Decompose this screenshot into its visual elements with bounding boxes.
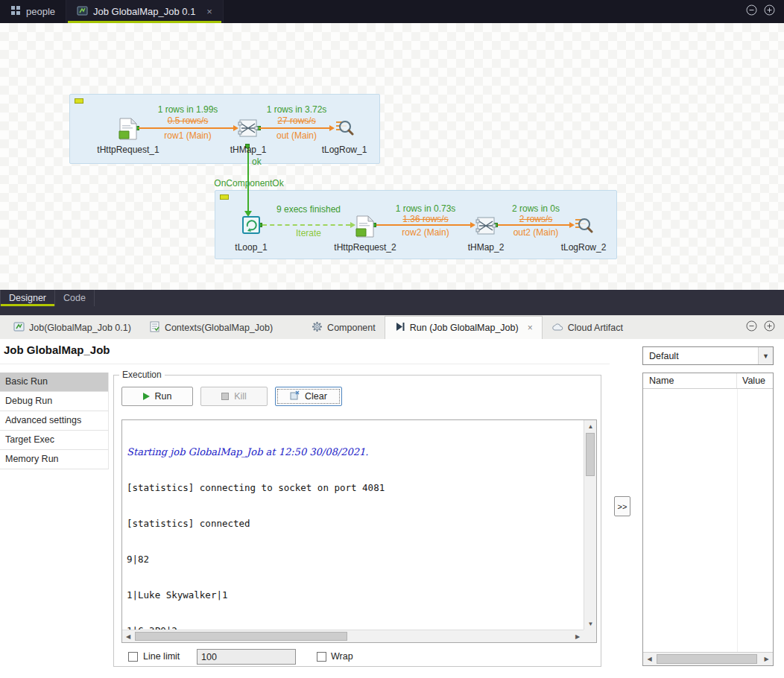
console-horizontal-scrollbar[interactable]: ◀ ▶ xyxy=(122,630,584,642)
scroll-left-icon[interactable]: ◀ xyxy=(122,630,134,643)
expand-variables-button[interactable]: >> xyxy=(614,496,630,516)
row2-link-label[interactable]: row2 (Main) xyxy=(402,227,449,238)
out-rate-label: 27 rows/s xyxy=(277,115,315,126)
column-header-value[interactable]: Value xyxy=(737,373,773,388)
close-icon[interactable]: × xyxy=(206,6,212,17)
tab-label: people xyxy=(26,6,55,17)
oncomponentok-label[interactable]: OnComponentOk xyxy=(214,178,283,188)
component-label[interactable]: tHMap_1 xyxy=(215,145,282,155)
run-mode-nav: Basic Run Debug Run Advanced settings Ta… xyxy=(0,373,109,469)
horizontal-scroll-thumb[interactable] xyxy=(657,654,757,664)
console-line: 9|82 xyxy=(127,554,579,565)
tab-component-view[interactable]: Component xyxy=(303,316,385,339)
job-icon xyxy=(77,5,88,19)
tab-job-globalmap[interactable]: Job GlobalMap_Job 0.1 × xyxy=(66,0,224,23)
line-limit-checkbox[interactable] xyxy=(128,652,138,662)
tab-label: Designer xyxy=(9,293,46,303)
minimize-icon[interactable] xyxy=(746,320,757,335)
scrollbar-corner xyxy=(584,630,596,642)
column-divider xyxy=(737,389,738,652)
job-designer-canvas[interactable]: ok OnComponentOk 1 rows in 1.99s 0.5 row… xyxy=(0,23,784,290)
console-vertical-scrollbar[interactable]: ▲ ▼ xyxy=(584,420,596,630)
out2-stats-label: 2 rows in 0s xyxy=(512,203,560,214)
wrap-checkbox[interactable] xyxy=(317,652,326,662)
nav-item-advanced-settings[interactable]: Advanced settings xyxy=(0,411,109,431)
component-label[interactable]: tHttpRequest_1 xyxy=(95,145,162,155)
active-tab-underline xyxy=(1,304,54,306)
component-label[interactable]: tLoop_1 xyxy=(218,242,285,253)
nav-item-memory-run[interactable]: Memory Run xyxy=(0,450,109,469)
column-header-name[interactable]: Name xyxy=(643,373,737,388)
row1-link-label[interactable]: row1 (Main) xyxy=(164,130,211,141)
button-label: Run xyxy=(155,391,172,402)
console-output: Starting job GlobalMap_Job at 12:50 30/0… xyxy=(122,420,584,630)
scroll-right-icon[interactable]: ▶ xyxy=(572,630,584,643)
scroll-up-icon[interactable]: ▲ xyxy=(584,420,597,432)
component-tloop-1[interactable]: tLoop_1 xyxy=(218,215,285,253)
line-limit-label: Line limit xyxy=(143,651,180,662)
title-divider xyxy=(0,364,610,364)
clear-button[interactable]: Clear xyxy=(275,387,342,406)
execution-console[interactable]: Starting job GlobalMap_Job at 12:50 30/0… xyxy=(121,419,597,643)
thttprequest-icon xyxy=(118,118,138,143)
tab-run-view[interactable]: Run (Job GlobalMap_Job) × xyxy=(385,316,543,339)
horizontal-scroll-thumb[interactable] xyxy=(135,632,347,641)
chevron-down-icon[interactable]: ▼ xyxy=(758,347,773,364)
component-label[interactable]: tHMap_2 xyxy=(452,242,519,253)
variables-horizontal-scrollbar[interactable]: ◀ ▶ xyxy=(643,652,773,665)
component-thmap-1[interactable]: tHMap_1 xyxy=(215,118,282,155)
stop-icon xyxy=(221,393,229,400)
subjob-1-collapse-handle[interactable] xyxy=(75,98,83,104)
designer-code-bar: Designer Code xyxy=(0,290,784,315)
tab-label: Job GlobalMap_Job 0.1 xyxy=(93,6,195,17)
thttprequest-icon xyxy=(355,215,375,241)
component-thmap-2[interactable]: tHMap_2 xyxy=(452,215,519,253)
subjob-2-collapse-handle[interactable] xyxy=(220,194,229,200)
tab-code[interactable]: Code xyxy=(55,290,95,306)
out-stats-label: 1 rows in 3.72s xyxy=(267,104,327,115)
close-icon[interactable]: × xyxy=(528,323,533,333)
kill-button[interactable]: Kill xyxy=(200,387,268,406)
row1-stats-label: 1 rows in 1.99s xyxy=(158,104,218,115)
trigger-ok-label: ok xyxy=(252,156,262,167)
tab-people[interactable]: people xyxy=(0,0,66,23)
scroll-down-icon[interactable]: ▼ xyxy=(584,618,597,630)
context-select[interactable]: Default ▼ xyxy=(642,346,774,365)
variables-table-header: Name Value xyxy=(643,373,773,389)
tab-cloud-artifact-view[interactable]: Cloud Artifact xyxy=(543,316,632,339)
maximize-icon[interactable] xyxy=(764,320,775,335)
tab-label: Job(GlobalMap_Job 0.1) xyxy=(29,323,131,333)
console-start-line: Starting job GlobalMap_Job at 12:50 30/0… xyxy=(127,446,579,458)
component-tlogrow-1[interactable]: tLogRow_1 xyxy=(311,118,378,155)
editor-tab-bar: people Job GlobalMap_Job 0.1 × xyxy=(0,0,784,23)
nav-item-target-exec[interactable]: Target Exec xyxy=(0,431,109,450)
component-thttprequest-2[interactable]: tHttpRequest_2 xyxy=(332,215,399,253)
component-label[interactable]: tLogRow_1 xyxy=(311,145,378,155)
maximize-icon[interactable] xyxy=(764,4,775,19)
nav-item-debug-run[interactable]: Debug Run xyxy=(0,392,109,411)
minimize-icon[interactable] xyxy=(746,4,757,19)
console-line: 1|Luke Skywalker|1 xyxy=(127,589,579,601)
wrap-label: Wrap xyxy=(331,651,353,662)
tab-job-view[interactable]: Job(GlobalMap_Job 0.1) xyxy=(4,316,140,339)
vertical-scroll-thumb[interactable] xyxy=(586,433,595,476)
component-label[interactable]: tLogRow_2 xyxy=(550,242,617,253)
tab-contexts-view[interactable]: Contexts(GlobalMap_Job) xyxy=(140,316,282,339)
iterate-link-label[interactable]: Iterate xyxy=(296,228,321,238)
scroll-left-icon[interactable]: ◀ xyxy=(643,653,656,665)
row2-rate-label: 1.36 rows/s xyxy=(402,214,448,224)
tab-label: Run (Job GlobalMap_Job) xyxy=(410,323,519,333)
component-label[interactable]: tHttpRequest_2 xyxy=(332,242,399,253)
tab-label: Contexts(GlobalMap_Job) xyxy=(165,323,273,333)
line-limit-input[interactable] xyxy=(197,649,296,665)
scroll-right-icon[interactable]: ▶ xyxy=(760,653,773,665)
component-tlogrow-2[interactable]: tLogRow_2 xyxy=(550,215,617,253)
row1-rate-label: 0.5 rows/s xyxy=(168,115,209,126)
iterate-stats-label: 9 execs finished xyxy=(276,204,341,215)
run-view-panel: Job GlobalMap_Job Default ▼ Basic Run De… xyxy=(0,339,784,678)
nav-item-basic-run[interactable]: Basic Run xyxy=(0,373,109,392)
component-thttprequest-1[interactable]: tHttpRequest_1 xyxy=(95,118,162,155)
run-button[interactable]: Run xyxy=(121,387,193,406)
tlogrow-icon xyxy=(574,215,593,241)
tab-designer[interactable]: Designer xyxy=(1,290,55,306)
